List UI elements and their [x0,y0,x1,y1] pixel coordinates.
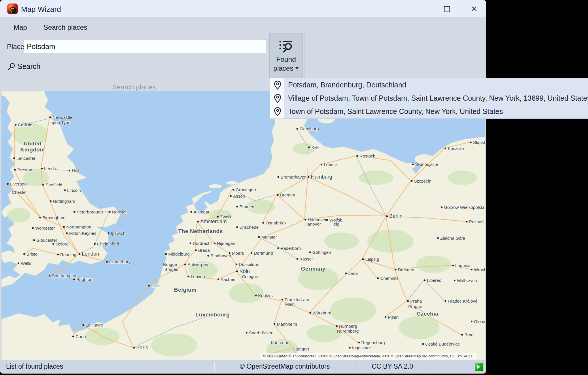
city-dot [23,253,25,255]
city-dot [386,215,388,217]
map-label: Sheffield [42,182,62,187]
city-dot [281,299,283,300]
city-dot [411,180,413,182]
menu-item-search-places[interactable]: Search places [44,23,87,31]
map-label: Chemnitz [377,276,398,281]
city-dot [64,189,66,191]
found-place-item-label: Potsdam, Brandenburg, Deutschland [288,81,406,89]
city-dot [441,206,443,208]
map-label: Liverpool [7,181,28,186]
map-label: Groningen [232,187,256,192]
city-dot [94,243,96,245]
map-label: Leuven [188,274,205,279]
found-place-item[interactable]: Town of Potsdam, Saint Lawrence County, … [270,105,588,118]
map-label: Preston [14,167,32,172]
city-dot [217,216,219,217]
search-icon [8,63,16,70]
city-dot [18,262,19,264]
map-label: Düsseldorf [236,262,260,267]
city-dot [470,141,472,143]
city-dot [309,251,311,253]
city-dot [424,279,426,281]
app-icon [7,3,18,14]
map-label: Świnoujście [412,162,438,167]
city-dot [218,278,219,280]
city-dot [236,270,238,272]
city-dot [14,169,16,170]
map-label: Poznań [466,219,484,224]
map-label: United [24,140,41,147]
city-dot [57,254,59,255]
city-dot [356,155,358,157]
map-label: Moers [229,251,244,256]
city-dot [258,236,260,238]
map-label: Cologne [242,274,258,279]
city-dot [41,168,43,169]
city-dot [236,263,237,265]
map-label: Alkmaar [190,209,209,214]
menu-item-map[interactable]: Map [14,23,27,31]
city-dot [277,176,279,178]
map-label: Leeds [41,166,56,171]
city-dot [407,300,409,302]
maximize-button[interactable] [440,4,453,14]
map-label: Hradec Králové [445,299,477,303]
map-label: Belgium [174,287,196,293]
city-dot [236,206,238,207]
city-dot [305,219,306,220]
map-label: Chester [12,190,27,195]
location-pin-icon [274,80,281,90]
map-label: Praha [407,299,422,303]
map-label: Plzeň [385,315,399,320]
map-label: Köln [236,268,250,274]
close-button[interactable]: ✕ [468,4,481,14]
map-label: Koszalin [445,146,464,151]
place-input[interactable] [24,40,266,53]
map-label: Słupsk [470,140,485,145]
map-label: Luxembourg [195,312,230,318]
city-dot [308,176,309,178]
map-label: Brighton [73,277,92,282]
found-places-button[interactable]: Found places [269,33,303,78]
city-dot [190,242,191,244]
map-label: Germany [301,266,325,272]
found-place-item[interactable]: Potsdam, Brandenburg, Deutschland [270,78,588,91]
city-dot [7,183,9,185]
map-label: Flensburg [296,126,319,131]
location-pin-icon [274,107,281,116]
map-label: Hanover [305,222,321,226]
map-label: Nuremberg [337,329,359,333]
city-dot [230,195,232,197]
map-label: Main [285,302,295,307]
found-place-item[interactable]: Village of Potsdam, Town of Potsdam, Sai… [270,91,588,105]
city-dot [63,226,65,228]
city-dot [246,332,247,333]
map-label: Brugge [163,262,177,267]
city-dot [445,147,446,149]
map-label: Breda [195,248,210,253]
map-label: Olomouc [471,319,485,324]
city-dot [232,189,234,190]
city-dot [214,242,215,244]
map-label: Newcastle [49,115,72,120]
map-label: Zielona Góra [437,236,465,241]
city-dot [395,269,396,270]
map-label: Oxford [52,241,69,246]
city-dot [109,211,111,213]
map-canvas[interactable]: CarlisleNewcastleupon TyneLancasterPrest… [1,91,485,360]
city-dot [42,184,44,185]
search-button[interactable]: Search [8,61,40,72]
city-dot [326,219,328,221]
city-dot [72,335,74,337]
map-label: Gorzów Wielkopolski [441,205,484,210]
city-dot [79,253,80,255]
city-dot [349,347,351,348]
city-dot [452,265,454,266]
city-dot [197,221,199,222]
map-label: Northampton [63,224,91,229]
map-label: Le Havre [82,322,103,327]
city-dot [69,170,70,171]
city-dot [73,278,75,280]
map-label: Regensburg [358,340,385,345]
window-title: Map Wizard [21,5,61,14]
